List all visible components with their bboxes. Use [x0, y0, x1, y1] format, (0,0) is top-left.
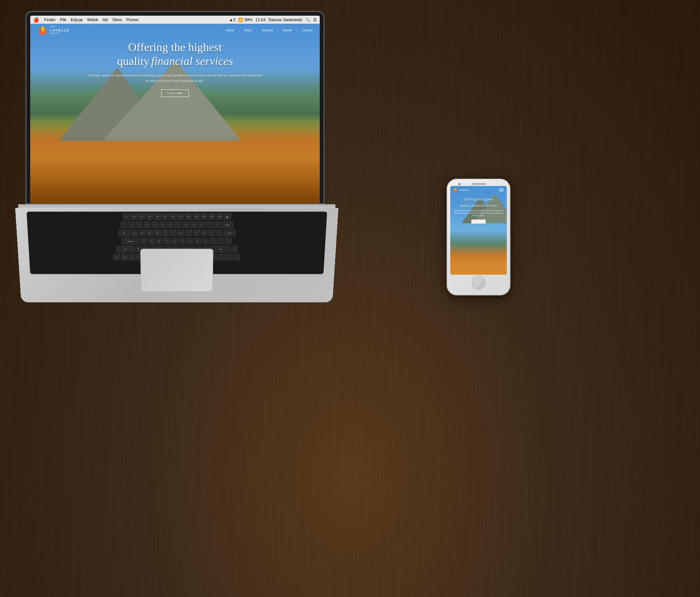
laptop-screen-inner: 🍎 Finder Plik Edycja Widok Idź Okno Pomo… — [30, 16, 320, 203]
trackpad[interactable] — [140, 249, 214, 292]
key-f4[interactable]: F4 — [154, 213, 160, 220]
key-4[interactable]: 4 — [152, 221, 158, 228]
key-f1[interactable]: F1 — [131, 213, 137, 220]
key-tilde[interactable]: ~ — [120, 221, 127, 228]
key-shift-r[interactable]: shift — [212, 246, 229, 252]
key-6[interactable]: 6 — [167, 221, 174, 228]
key-f9[interactable]: F9 — [193, 213, 199, 220]
hero-line2-italic: financial services — [151, 54, 233, 67]
key-l[interactable]: L — [202, 238, 209, 244]
menu-pomoc[interactable]: Pomoc — [127, 18, 139, 22]
key-f6[interactable]: F6 — [170, 213, 176, 220]
key-arrow-up[interactable]: ↑ — [230, 246, 237, 252]
key-g[interactable]: G — [171, 238, 178, 244]
key-f10[interactable]: F10 — [201, 213, 207, 220]
key-2[interactable]: 2 — [136, 221, 143, 228]
nav-events[interactable]: Events — [283, 28, 292, 32]
menu-idz[interactable]: Idź — [103, 18, 108, 22]
key-rbracket[interactable]: ] — [216, 230, 222, 236]
nav-divider-1: | — [239, 29, 240, 32]
menu-icon[interactable]: ☰ — [313, 18, 317, 22]
nav-services[interactable]: Services — [261, 28, 273, 32]
hero-text-area: Offering the highest quality financial s… — [30, 40, 320, 97]
key-k[interactable]: K — [194, 238, 201, 244]
key-8[interactable]: 8 — [183, 221, 189, 228]
key-d[interactable]: D — [156, 238, 163, 244]
key-backslash[interactable]: \ — [225, 238, 232, 244]
site-logo-text: THE LAVELLE GROUP — [50, 26, 70, 35]
key-f5[interactable]: F5 — [162, 213, 168, 220]
key-y[interactable]: Y — [170, 230, 176, 236]
nav-home[interactable]: Home — [226, 28, 234, 32]
key-u[interactable]: U — [178, 230, 184, 236]
key-1[interactable]: 1 — [128, 221, 135, 228]
menu-widok[interactable]: Widok — [87, 18, 98, 22]
key-quote[interactable]: ' — [218, 238, 224, 244]
phone-speaker — [471, 183, 486, 185]
key-backspace[interactable]: delete — [221, 221, 233, 228]
key-f12[interactable]: F12 — [216, 213, 223, 220]
key-lbracket[interactable]: [ — [208, 230, 215, 236]
key-a[interactable]: A — [140, 238, 147, 244]
key-t[interactable]: T — [162, 230, 168, 236]
key-f8[interactable]: F8 — [185, 213, 192, 220]
phone-hero-line1: Offering the highest — [450, 197, 507, 202]
hamburger-line-3 — [499, 191, 503, 192]
key-row-asdf: caps lock A S D F G H J K L ; ' \ — [28, 236, 326, 244]
key-7[interactable]: 7 — [175, 221, 181, 228]
key-w[interactable]: W — [139, 230, 145, 236]
key-esc[interactable]: esc — [123, 213, 130, 220]
menu-edycja[interactable]: Edycja — [71, 18, 83, 22]
key-0[interactable]: 0 — [198, 221, 205, 228]
phone-hero-cta[interactable]: Let's talk — [471, 220, 486, 224]
nav-about[interactable]: About — [244, 28, 252, 32]
phone-body: LAVELLE Offering the highest quality fin… — [447, 179, 510, 295]
menu-finder[interactable]: Finder — [44, 18, 55, 22]
key-p[interactable]: P — [201, 230, 207, 236]
nav-contact[interactable]: Contact — [302, 28, 312, 32]
phone-logo-text: LAVELLE — [459, 189, 469, 191]
key-f7[interactable]: F7 — [178, 213, 184, 220]
key-f2[interactable]: F2 — [139, 213, 145, 220]
phone-hamburger-menu[interactable] — [498, 187, 505, 193]
key-i[interactable]: I — [185, 230, 192, 236]
key-f[interactable]: F — [164, 238, 170, 244]
key-r[interactable]: R — [154, 230, 161, 236]
menu-okno[interactable]: Okno — [112, 18, 122, 22]
key-3[interactable]: 3 — [144, 221, 150, 228]
hero-cta-button[interactable]: Let's talk — [161, 89, 188, 97]
key-5[interactable]: 5 — [159, 221, 166, 228]
key-minus[interactable]: - — [206, 221, 212, 228]
key-alt-l[interactable]: ⌥ — [129, 254, 135, 260]
key-arrow-left[interactable]: ← — [218, 254, 225, 260]
battery-status: 📶 99% — [238, 18, 252, 22]
key-s[interactable]: S — [148, 238, 155, 244]
key-power[interactable]: ⏏ — [224, 213, 231, 220]
key-row-numbers: ~ 1 2 3 4 5 6 7 8 9 0 - = delete — [27, 220, 327, 228]
phone-home-button[interactable] — [472, 276, 486, 290]
menu-plik[interactable]: Plik — [60, 18, 66, 22]
key-f11[interactable]: F11 — [209, 213, 215, 220]
search-icon[interactable]: 🔍 — [305, 18, 310, 22]
key-semicolon[interactable]: ; — [210, 238, 216, 244]
key-j[interactable]: J — [187, 238, 193, 244]
key-h[interactable]: H — [179, 238, 186, 244]
key-9[interactable]: 9 — [190, 221, 197, 228]
key-arrow-down[interactable]: ↓ — [226, 254, 233, 260]
key-fn[interactable]: fn — [113, 254, 120, 260]
key-equals[interactable]: = — [214, 221, 221, 228]
laptop-body: esc F1 F2 F3 F4 F5 F6 F7 F8 F9 F10 F11 F… — [18, 204, 335, 321]
phone-hero-line2: quality — [460, 203, 470, 208]
key-enter[interactable]: return — [224, 230, 236, 236]
key-shift-l[interactable]: shift — [116, 246, 134, 252]
key-ctrl[interactable]: ctrl — [121, 254, 128, 260]
key-capslock[interactable]: caps lock — [122, 238, 140, 244]
key-q[interactable]: Q — [131, 230, 137, 236]
key-tab[interactable]: tab — [118, 230, 130, 236]
phone-hero-line2-container: quality financial services — [450, 202, 507, 208]
key-arrow-right[interactable]: → — [234, 254, 240, 260]
key-f3[interactable]: F3 — [146, 213, 153, 220]
logo-lavelle: LAVELLE — [50, 28, 70, 32]
key-o[interactable]: O — [193, 230, 199, 236]
key-e[interactable]: E — [147, 230, 153, 236]
